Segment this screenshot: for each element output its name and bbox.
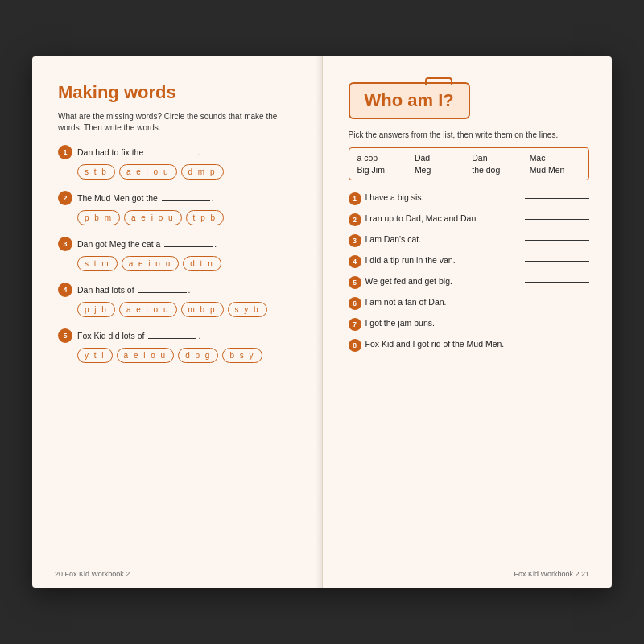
word-bank-item: the dog bbox=[472, 165, 522, 175]
number-badge: 2 bbox=[58, 191, 72, 205]
letter-groups: s t ma e i o ud t n bbox=[77, 256, 299, 271]
exercise-text: Dan had lots of . bbox=[77, 285, 299, 295]
letter-bubble[interactable]: s t m bbox=[77, 256, 118, 271]
answer-line bbox=[525, 282, 589, 283]
exercise-text: The Mud Men got the . bbox=[77, 193, 299, 203]
left-page-title: Making words bbox=[58, 82, 299, 103]
letter-bubble[interactable]: b s y bbox=[222, 348, 262, 363]
page-left: Making words What are the missing words?… bbox=[32, 56, 322, 588]
word-bank-grid: a copDadDanMacBig JimMegthe dogMud Men bbox=[357, 153, 581, 175]
letter-groups: p j ba e i o um b ps y b bbox=[77, 302, 299, 317]
number-badge: 3 bbox=[58, 237, 72, 251]
exercise-row: 5Fox Kid did lots of . bbox=[58, 328, 299, 343]
exercise-text: Dan had to fix the . bbox=[77, 147, 299, 157]
questions-container: 1I have a big sis.2I ran up to Dad, Mac … bbox=[349, 192, 590, 352]
qa-text: Fox Kid and I got rid of the Mud Men. bbox=[365, 338, 522, 350]
word-bank-item: a cop bbox=[357, 153, 408, 163]
letter-bubble[interactable]: a e i o u bbox=[117, 348, 175, 363]
qa-text: I got the jam buns. bbox=[365, 317, 522, 329]
qa-number: 2 bbox=[349, 213, 361, 226]
number-badge: 4 bbox=[58, 283, 72, 297]
answer-line bbox=[525, 261, 589, 262]
letter-bubble[interactable]: d m p bbox=[181, 164, 224, 180]
answer-line bbox=[525, 198, 589, 199]
page-right: Who am I? Pick the answers from the list… bbox=[322, 56, 613, 588]
word-bank-item: Dad bbox=[415, 153, 465, 163]
qa-item: 4I did a tip run in the van. bbox=[349, 254, 590, 268]
letter-bubble[interactable]: y t l bbox=[77, 348, 113, 363]
exercise-item: 1Dan had to fix the .s t ba e i o ud m p bbox=[58, 145, 299, 180]
number-badge: 1 bbox=[58, 145, 72, 159]
letter-bubble[interactable]: p b m bbox=[77, 210, 120, 225]
word-bank-item: Dan bbox=[472, 153, 522, 163]
qa-item: 3I am Dan's cat. bbox=[349, 233, 590, 247]
number-badge: 5 bbox=[58, 328, 72, 343]
qa-number: 3 bbox=[349, 234, 361, 247]
qa-item: 7I got the jam buns. bbox=[349, 317, 590, 331]
answer-line bbox=[525, 324, 589, 324]
qa-number: 1 bbox=[349, 192, 361, 205]
qa-item: 8Fox Kid and I got rid of the Mud Men. bbox=[349, 338, 590, 352]
letter-bubble[interactable]: p j b bbox=[77, 302, 115, 317]
qa-number: 4 bbox=[349, 255, 361, 268]
letter-bubble[interactable]: t p b bbox=[186, 210, 224, 225]
word-bank-item: Mud Men bbox=[530, 165, 580, 175]
word-bank: a copDadDanMacBig JimMegthe dogMud Men bbox=[349, 147, 590, 180]
word-bank-item: Meg bbox=[415, 165, 465, 175]
qa-item: 2I ran up to Dad, Mac and Dan. bbox=[349, 213, 590, 226]
letter-bubble[interactable]: a e i o u bbox=[119, 302, 177, 317]
qa-text: I did a tip run in the van. bbox=[365, 254, 522, 266]
exercise-row: 2The Mud Men got the . bbox=[58, 191, 299, 205]
exercise-item: 2The Mud Men got the .p b ma e i o ut p … bbox=[58, 191, 299, 225]
exercise-text: Dan got Meg the cat a . bbox=[77, 239, 299, 249]
exercise-item: 4Dan had lots of .p j ba e i o um b ps y… bbox=[58, 283, 299, 317]
left-page-number: 20 Fox Kid Workbook 2 bbox=[55, 570, 130, 578]
left-instructions: What are the missing words? Circle the s… bbox=[58, 111, 299, 134]
exercise-row: 1Dan had to fix the . bbox=[58, 145, 299, 159]
exercise-row: 3Dan got Meg the cat a . bbox=[58, 237, 299, 251]
right-page-number: Fox Kid Workbook 2 21 bbox=[514, 570, 589, 578]
letter-bubble[interactable]: s t b bbox=[77, 164, 115, 180]
exercise-text: Fox Kid did lots of . bbox=[77, 331, 299, 341]
right-instructions: Pick the answers from the list, then wri… bbox=[349, 130, 590, 139]
exercises-container: 1Dan had to fix the .s t ba e i o ud m p… bbox=[58, 145, 299, 363]
qa-text: We get fed and get big. bbox=[365, 275, 522, 287]
word-bank-item: Big Jim bbox=[357, 165, 408, 175]
qa-item: 6I am not a fan of Dan. bbox=[349, 296, 590, 310]
exercise-item: 5Fox Kid did lots of .y t la e i o ud p … bbox=[58, 328, 299, 363]
qa-text: I am not a fan of Dan. bbox=[365, 296, 522, 308]
letter-bubble[interactable]: a e i o u bbox=[119, 164, 177, 180]
letter-bubble[interactable]: d p g bbox=[178, 348, 218, 363]
letter-groups: s t ba e i o ud m p bbox=[77, 164, 299, 180]
right-page-title: Who am I? bbox=[365, 90, 454, 111]
qa-number: 7 bbox=[349, 318, 361, 331]
answer-line bbox=[525, 240, 589, 241]
answer-line bbox=[525, 303, 589, 303]
letter-bubble[interactable]: a e i o u bbox=[122, 256, 180, 271]
letter-bubble[interactable]: m b p bbox=[181, 302, 224, 317]
letter-bubble[interactable]: a e i o u bbox=[124, 210, 182, 225]
book: Making words What are the missing words?… bbox=[32, 56, 612, 588]
letter-groups: y t la e i o ud p gb s y bbox=[77, 348, 299, 363]
qa-number: 6 bbox=[349, 297, 361, 310]
qa-item: 1I have a big sis. bbox=[349, 192, 590, 205]
right-header-box: Who am I? bbox=[349, 82, 470, 119]
letter-bubble[interactable]: d t n bbox=[183, 256, 221, 271]
letter-groups: p b ma e i o ut p b bbox=[77, 210, 299, 225]
qa-item: 5We get fed and get big. bbox=[349, 275, 590, 289]
qa-text: I ran up to Dad, Mac and Dan. bbox=[365, 213, 522, 225]
qa-number: 5 bbox=[349, 276, 361, 289]
letter-bubble[interactable]: s y b bbox=[228, 302, 267, 317]
qa-text: I am Dan's cat. bbox=[365, 233, 522, 246]
exercise-row: 4Dan had lots of . bbox=[58, 283, 299, 297]
answer-line bbox=[525, 345, 589, 345]
exercise-item: 3Dan got Meg the cat a .s t ma e i o ud … bbox=[58, 237, 299, 271]
qa-text: I have a big sis. bbox=[365, 192, 522, 204]
answer-line bbox=[525, 219, 589, 220]
qa-number: 8 bbox=[349, 339, 361, 352]
word-bank-item: Mac bbox=[530, 153, 580, 163]
